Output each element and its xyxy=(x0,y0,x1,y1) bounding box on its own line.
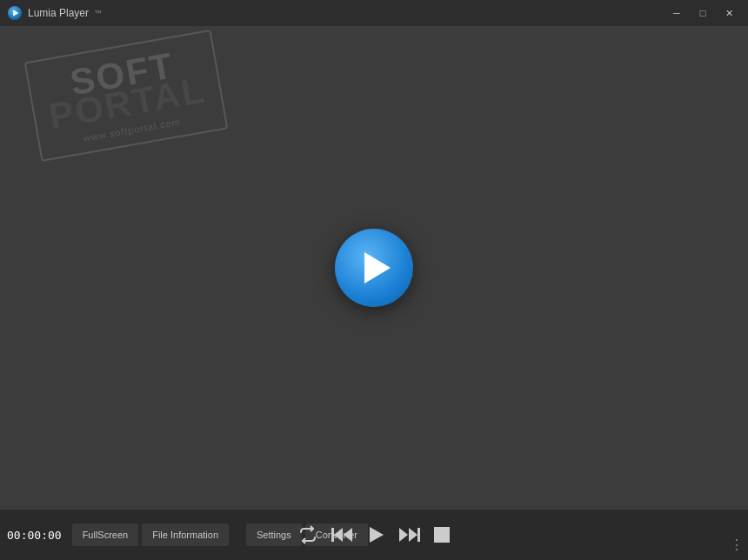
svg-rect-2 xyxy=(331,528,334,542)
maximize-button[interactable]: □ xyxy=(691,4,715,22)
svg-marker-7 xyxy=(409,528,417,542)
svg-marker-4 xyxy=(344,528,352,542)
svg-rect-9 xyxy=(434,527,450,543)
watermark-inner: SOFT PORTAL www.softportal.com xyxy=(24,30,228,162)
watermark: SOFT PORTAL www.softportal.com xyxy=(9,35,244,157)
svg-marker-5 xyxy=(370,527,384,543)
rewind-icon xyxy=(331,526,352,543)
tm-symbol: ™ xyxy=(94,9,102,17)
rewind-button[interactable] xyxy=(328,523,356,547)
title-left: Lumia Player ™ xyxy=(7,5,102,21)
controls-container: 00:00:00 FullScreen File Information xyxy=(0,510,748,560)
fast-forward-icon xyxy=(399,526,420,543)
center-controls xyxy=(295,522,453,548)
app-title: Lumia Player xyxy=(28,7,89,19)
title-bar: Lumia Player ™ ─ □ ✕ xyxy=(0,0,748,26)
minimize-button[interactable]: ─ xyxy=(665,4,689,22)
play-icon xyxy=(366,525,385,544)
play-center-button[interactable] xyxy=(335,229,413,307)
window-controls: ─ □ ✕ xyxy=(665,4,741,22)
more-options-button[interactable]: ⋮ xyxy=(730,537,745,553)
close-button[interactable]: ✕ xyxy=(717,4,741,22)
file-information-button[interactable]: File Information xyxy=(142,523,229,546)
svg-marker-3 xyxy=(334,528,343,542)
repeat-icon xyxy=(298,525,317,544)
left-controls: 00:00:00 FullScreen File Information xyxy=(7,523,229,546)
svg-rect-8 xyxy=(417,528,420,542)
fullscreen-button[interactable]: FullScreen xyxy=(72,523,139,546)
time-display: 00:00:00 xyxy=(7,529,62,542)
bottom-bar: 00:00:00 FullScreen File Information xyxy=(0,510,748,560)
repeat-button[interactable] xyxy=(295,522,321,548)
settings-button[interactable]: Settings xyxy=(246,523,302,546)
stop-icon xyxy=(434,527,450,543)
svg-marker-6 xyxy=(399,528,408,542)
stop-button[interactable] xyxy=(431,523,453,546)
play-button[interactable] xyxy=(363,522,389,548)
video-area: SOFT PORTAL www.softportal.com xyxy=(0,26,748,510)
fast-forward-button[interactable] xyxy=(396,523,424,547)
app-icon xyxy=(7,5,23,21)
